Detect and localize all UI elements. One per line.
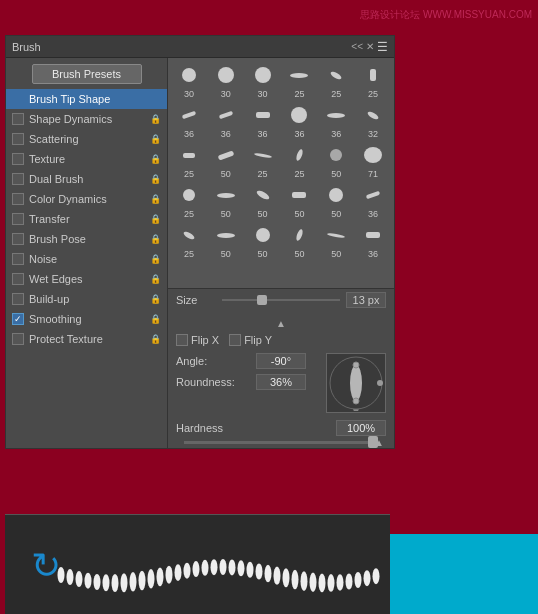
sidebar-label-dual-brush: Dual Brush bbox=[29, 173, 83, 185]
brush-dab bbox=[102, 574, 109, 591]
sidebar-item-noise[interactable]: Noise🔒 bbox=[6, 249, 167, 269]
brush-presets-button[interactable]: Brush Presets bbox=[32, 64, 142, 84]
brush-cell[interactable]: 25 bbox=[282, 62, 316, 99]
sidebar-item-shape-dynamics[interactable]: Shape Dynamics🔒 bbox=[6, 109, 167, 129]
checkbox-build-up[interactable] bbox=[12, 293, 24, 305]
brush-shape-preview bbox=[284, 182, 314, 208]
size-slider[interactable] bbox=[222, 299, 340, 301]
sidebar-item-transfer[interactable]: Transfer🔒 bbox=[6, 209, 167, 229]
panel-titlebar: Brush << ✕ ☰ bbox=[6, 36, 394, 58]
checkbox-texture[interactable] bbox=[12, 153, 24, 165]
sidebar-item-dual-brush[interactable]: Dual Brush🔒 bbox=[6, 169, 167, 189]
size-slider-thumb[interactable] bbox=[257, 295, 267, 305]
checkbox-brush-pose[interactable] bbox=[12, 233, 24, 245]
brush-cell[interactable]: 50 bbox=[282, 222, 316, 259]
panel-close-button[interactable]: ✕ bbox=[366, 41, 374, 52]
sidebar-item-brush-tip-shape[interactable]: Brush Tip Shape bbox=[6, 89, 167, 109]
flip-y-box[interactable] bbox=[229, 334, 241, 346]
sidebar-item-color-dynamics[interactable]: Color Dynamics🔒 bbox=[6, 189, 167, 209]
panel-collapse-button[interactable]: << bbox=[351, 41, 363, 52]
brush-shape-preview bbox=[211, 182, 241, 208]
brush-cell[interactable]: 25 bbox=[319, 62, 353, 99]
watermark-text: 思路设计论坛 WWW.MISSYUAN.COM bbox=[360, 9, 532, 20]
sidebar-item-protect-texture[interactable]: Protect Texture🔒 bbox=[6, 329, 167, 349]
brush-dab bbox=[129, 572, 136, 591]
checkbox-scattering[interactable] bbox=[12, 133, 24, 145]
brush-cell[interactable]: 36 bbox=[356, 222, 390, 259]
flip-x-checkbox[interactable]: Flip X bbox=[176, 334, 219, 346]
brush-cell[interactable]: 36 bbox=[209, 102, 243, 139]
brush-cell[interactable]: 25 bbox=[246, 142, 280, 179]
brush-cell[interactable]: 25 bbox=[172, 222, 206, 259]
brush-shape bbox=[256, 112, 270, 118]
sidebar-item-scattering[interactable]: Scattering🔒 bbox=[6, 129, 167, 149]
checkbox-dual-brush[interactable] bbox=[12, 173, 24, 185]
sidebar-label-texture: Texture bbox=[29, 153, 65, 165]
brush-cell[interactable]: 50 bbox=[209, 222, 243, 259]
sidebar-label-color-dynamics: Color Dynamics bbox=[29, 193, 107, 205]
hardness-slider-area[interactable]: ▲ bbox=[176, 439, 386, 446]
brush-cell[interactable]: 36 bbox=[172, 102, 206, 139]
hardness-label: Hardness bbox=[176, 422, 330, 434]
checkbox-transfer[interactable] bbox=[12, 213, 24, 225]
sidebar-item-brush-pose[interactable]: Brush Pose🔒 bbox=[6, 229, 167, 249]
flip-x-box[interactable] bbox=[176, 334, 188, 346]
brush-size-label: 36 bbox=[184, 129, 194, 139]
angle-preview[interactable]: ▼ bbox=[326, 353, 386, 413]
brush-cell[interactable]: 30 bbox=[246, 62, 280, 99]
checkbox-smoothing[interactable]: ✓ bbox=[12, 313, 24, 325]
brush-dab bbox=[300, 571, 307, 591]
brush-dab bbox=[273, 566, 280, 584]
sidebar: Brush Presets Brush Tip ShapeShape Dynam… bbox=[6, 58, 168, 448]
brush-shape bbox=[367, 110, 380, 120]
brush-cell[interactable]: 50 bbox=[246, 182, 280, 219]
brush-stroke-preview-svg: ↻ bbox=[13, 520, 383, 610]
brush-cell[interactable]: 25 bbox=[172, 182, 206, 219]
brush-dab bbox=[318, 573, 325, 592]
brush-dab bbox=[309, 572, 316, 591]
lock-icon-brush-pose: 🔒 bbox=[150, 234, 161, 244]
brush-cell[interactable]: 50 bbox=[319, 182, 353, 219]
angle-input[interactable] bbox=[256, 353, 306, 369]
spacing-row: ✓ Spacing 155% bbox=[176, 446, 386, 448]
hardness-slider[interactable] bbox=[184, 441, 378, 444]
checkbox-noise[interactable] bbox=[12, 253, 24, 265]
brush-cell[interactable]: 71 bbox=[356, 142, 390, 179]
brush-size-label: 30 bbox=[221, 89, 231, 99]
brush-dab bbox=[111, 573, 118, 591]
brush-shape-preview bbox=[211, 102, 241, 128]
brush-cell[interactable]: 50 bbox=[209, 182, 243, 219]
flip-y-checkbox[interactable]: Flip Y bbox=[229, 334, 272, 346]
brush-cell[interactable]: 50 bbox=[319, 222, 353, 259]
brush-cell[interactable]: 30 bbox=[172, 62, 206, 99]
brush-cell[interactable]: 50 bbox=[246, 222, 280, 259]
brush-size-label: 25 bbox=[184, 209, 194, 219]
brush-cell[interactable]: 36 bbox=[356, 182, 390, 219]
panel-menu-icon[interactable]: ☰ bbox=[377, 40, 388, 54]
brush-cell[interactable]: 32 bbox=[356, 102, 390, 139]
checkbox-color-dynamics[interactable] bbox=[12, 193, 24, 205]
checkbox-protect-texture[interactable] bbox=[12, 333, 24, 345]
brush-cell[interactable]: 50 bbox=[282, 182, 316, 219]
brush-cell[interactable]: 36 bbox=[282, 102, 316, 139]
brush-cell[interactable]: 50 bbox=[319, 142, 353, 179]
sidebar-item-texture[interactable]: Texture🔒 bbox=[6, 149, 167, 169]
brush-cell[interactable]: 30 bbox=[209, 62, 243, 99]
brush-tip-grid[interactable]: 3030302525253636363636322550252550712550… bbox=[168, 58, 394, 288]
checkbox-wet-edges[interactable] bbox=[12, 273, 24, 285]
sidebar-item-smoothing[interactable]: ✓Smoothing🔒 bbox=[6, 309, 167, 329]
roundness-input[interactable] bbox=[256, 374, 306, 390]
brush-cell[interactable]: 36 bbox=[319, 102, 353, 139]
brush-cell[interactable]: 25 bbox=[356, 62, 390, 99]
brush-cell[interactable]: 50 bbox=[209, 142, 243, 179]
scroll-up-arrow[interactable]: ▲ bbox=[176, 316, 386, 331]
brush-cell[interactable]: 36 bbox=[246, 102, 280, 139]
hardness-slider-thumb[interactable] bbox=[368, 436, 378, 448]
checkbox-shape-dynamics[interactable] bbox=[12, 113, 24, 125]
lock-icon-wet-edges: 🔒 bbox=[150, 274, 161, 284]
brush-shape bbox=[327, 232, 345, 238]
sidebar-item-build-up[interactable]: Build-up🔒 bbox=[6, 289, 167, 309]
sidebar-item-wet-edges[interactable]: Wet Edges🔒 bbox=[6, 269, 167, 289]
brush-cell[interactable]: 25 bbox=[282, 142, 316, 179]
brush-cell[interactable]: 25 bbox=[172, 142, 206, 179]
